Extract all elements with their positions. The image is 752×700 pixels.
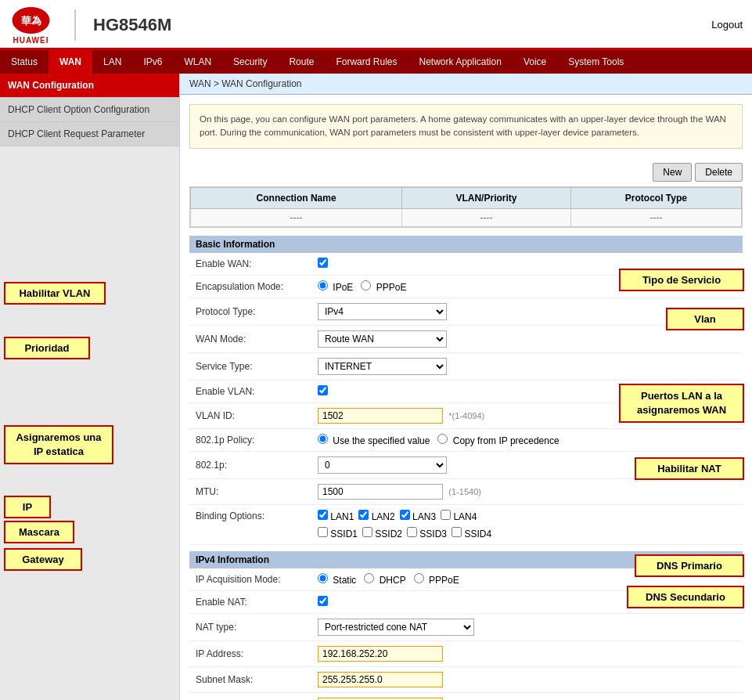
lan2-option[interactable]: LAN2 xyxy=(358,510,394,522)
cell-connection-name: ---- xyxy=(191,208,402,226)
subnet-mask-input[interactable] xyxy=(318,672,443,687)
binding-ssid-control: SSID1 SSID2 SSID3 SSID4 xyxy=(315,525,743,541)
enable-wan-label: Enable WAN: xyxy=(189,256,315,272)
col-protocol-type: Protocol Type xyxy=(570,187,741,208)
wan-mode-row: WAN Mode: Route WAN Bridge WAN xyxy=(189,326,743,353)
protocol-type-row: Protocol Type: IPv4 IPv6 IPv4/IPv6 xyxy=(189,298,743,326)
policy-802-1p-label: 802.1p: xyxy=(189,457,315,473)
pppoe-option[interactable]: PPPoE xyxy=(361,280,406,293)
ssid2-option[interactable]: SSID2 xyxy=(362,527,402,539)
nav-route[interactable]: Route xyxy=(278,50,325,74)
enable-vlan-label: Enable VLAN: xyxy=(189,384,315,399)
lan1-option[interactable]: LAN1 xyxy=(318,510,354,522)
huawei-logo: 華為 xyxy=(9,5,52,36)
nav-security[interactable]: Security xyxy=(222,50,278,74)
new-button[interactable]: New xyxy=(653,163,692,182)
nat-type-row: NAT type: Port-restricted cone NAT Full … xyxy=(189,614,743,641)
dhcp-option[interactable]: DHCP xyxy=(364,573,405,586)
enable-nat-checkbox[interactable] xyxy=(318,596,328,606)
pppoe-acq-option[interactable]: PPPoE xyxy=(414,573,459,586)
vlan-id-hint: *(1-4094) xyxy=(448,411,484,420)
annotation-vlan: Vlan xyxy=(666,308,744,330)
subnet-mask-label: Subnet Mask: xyxy=(189,672,315,687)
logout-button[interactable]: Logout xyxy=(711,19,743,31)
protocol-type-select[interactable]: IPv4 IPv6 IPv4/IPv6 xyxy=(318,303,447,320)
enable-vlan-checkbox[interactable] xyxy=(318,385,328,395)
annotation-mascara: Mascara xyxy=(4,521,74,543)
sidebar-item-dhcp-request[interactable]: DHCP Client Request Parameter xyxy=(0,122,179,146)
nav-wan[interactable]: WAN xyxy=(49,50,92,74)
policy-802-row: 802.1p Policy: Use the specified value C… xyxy=(189,429,743,452)
lan3-option[interactable]: LAN3 xyxy=(400,510,436,522)
enable-wan-checkbox[interactable] xyxy=(318,258,328,268)
policy-802-control: Use the specified value Copy from IP pre… xyxy=(315,432,743,448)
col-connection-name: Connection Name xyxy=(191,187,402,208)
annotation-asignaremos: Asignaremos unaIP estatica xyxy=(4,425,113,464)
wan-mode-label: WAN Mode: xyxy=(189,331,315,347)
default-gw-input[interactable] xyxy=(318,698,443,701)
vlan-id-input[interactable]: 1502 xyxy=(318,408,443,424)
annotation-gateway: Gateway xyxy=(4,548,82,571)
protocol-type-label: Protocol Type: xyxy=(189,304,315,319)
ssid3-option[interactable]: SSID3 xyxy=(407,527,447,539)
service-type-select[interactable]: INTERNET TR069 VOIP OTHER xyxy=(318,358,447,375)
default-gw-row: Default Gateway: xyxy=(189,693,743,701)
annotation-tipo-servicio: Tipo de Servicio xyxy=(619,269,744,291)
wan-mode-control: Route WAN Bridge WAN xyxy=(315,329,743,349)
mtu-row: MTU: (1-1540) xyxy=(189,479,743,505)
nav-status[interactable]: Status xyxy=(0,50,49,74)
ip-address-input[interactable] xyxy=(318,646,443,662)
service-type-row: Service Type: INTERNET TR069 VOIP OTHER xyxy=(189,353,743,381)
nat-type-control: Port-restricted cone NAT Full cone NAT A… xyxy=(315,617,743,637)
cell-protocol: ---- xyxy=(570,208,741,226)
model-title: HG8546M xyxy=(85,15,711,35)
annotation-habilitar-nat: Habilitar NAT xyxy=(635,457,744,480)
annotation-ip: IP xyxy=(4,496,51,518)
enable-nat-label: Enable NAT: xyxy=(189,594,315,610)
wan-mode-select[interactable]: Route WAN Bridge WAN xyxy=(318,330,447,348)
sidebar-item-dhcp-option[interactable]: DHCP Client Option Configuration xyxy=(0,98,179,122)
delete-button[interactable]: Delete xyxy=(695,163,743,182)
table-row[interactable]: ---- ---- ---- xyxy=(191,208,742,226)
main-nav: Status WAN LAN IPv6 WLAN Security Route … xyxy=(0,50,752,74)
logo-area: 華為 HUAWEI xyxy=(9,5,52,45)
policy-ip-option[interactable]: Copy from IP precedence xyxy=(437,434,559,446)
wan-table: Connection Name VLAN/Priority Protocol T… xyxy=(189,186,743,228)
policy-802-1p-select[interactable]: 0123 4567 xyxy=(318,456,447,474)
nav-system-tools[interactable]: System Tools xyxy=(557,50,635,74)
ip-address-row: IP Address: xyxy=(189,641,743,667)
cell-vlan: ---- xyxy=(402,208,571,226)
service-type-control: INTERNET TR069 VOIP OTHER xyxy=(315,356,743,377)
nav-network-app[interactable]: Network Application xyxy=(408,50,512,74)
nat-type-select[interactable]: Port-restricted cone NAT Full cone NAT A… xyxy=(318,619,474,636)
nav-forward-rules[interactable]: Forward Rules xyxy=(325,50,408,74)
mtu-input[interactable] xyxy=(318,484,443,500)
ip-address-label: IP Address: xyxy=(189,646,315,662)
binding-label: Binding Options: xyxy=(189,508,315,524)
policy-specified-option[interactable]: Use the specified value xyxy=(318,434,430,446)
ssid1-option[interactable]: SSID1 xyxy=(318,527,358,539)
default-gw-label: Default Gateway: xyxy=(189,698,315,701)
toolbar: New Delete xyxy=(180,158,752,186)
ipoE-option[interactable]: IPoE xyxy=(318,280,353,293)
nav-wlan[interactable]: WLAN xyxy=(173,50,222,74)
mtu-control: (1-1540) xyxy=(315,482,743,501)
annotation-prioridad: Prioridad xyxy=(4,337,90,359)
ip-acquisition-label: IP Acquisition Mode: xyxy=(189,572,315,587)
mtu-label: MTU: xyxy=(189,484,315,500)
nav-ipv6[interactable]: IPv6 xyxy=(132,50,173,74)
static-option[interactable]: Static xyxy=(318,573,356,586)
vlan-id-label: VLAN ID: xyxy=(189,408,315,424)
default-gw-control xyxy=(315,696,743,701)
annotation-puertos-lan: Puertos LAN a laasignaremos WAN xyxy=(619,384,744,423)
sidebar-item-wan-config[interactable]: WAN Configuration xyxy=(0,74,179,98)
annotation-habilitar-vlan: Habilitar VLAN xyxy=(4,282,106,305)
lan4-option[interactable]: LAN4 xyxy=(441,510,477,522)
nav-voice[interactable]: Voice xyxy=(513,50,557,74)
mtu-hint: (1-1540) xyxy=(448,487,481,496)
ssid4-option[interactable]: SSID4 xyxy=(452,527,491,539)
ip-address-control xyxy=(315,644,743,663)
description-text: On this page, you can configure WAN port… xyxy=(189,104,743,149)
nav-lan[interactable]: LAN xyxy=(92,50,132,74)
encapsulation-label: Encapsulation Mode: xyxy=(189,279,315,294)
